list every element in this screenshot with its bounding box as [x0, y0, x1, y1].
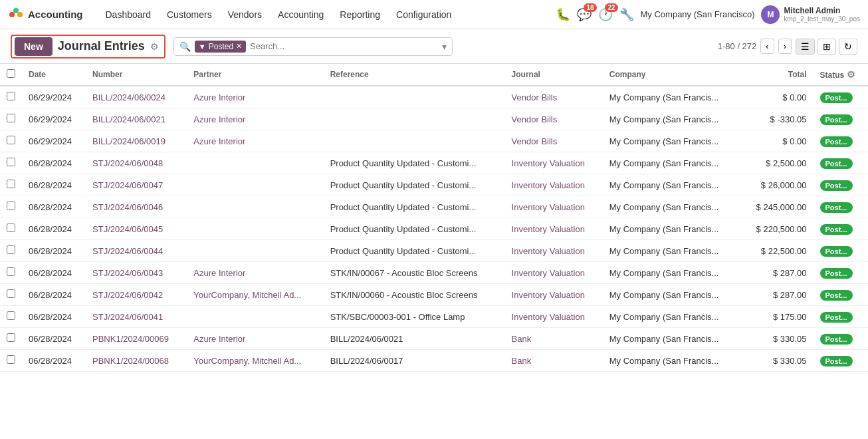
table-row[interactable]: 06/28/2024 STJ/2024/06/0043 Azure Interi… [0, 262, 868, 284]
menu-dashboard[interactable]: Dashboard [98, 7, 160, 23]
search-dropdown-icon[interactable]: ▾ [442, 41, 447, 52]
row-status[interactable]: Post... [814, 328, 869, 350]
search-input[interactable] [250, 41, 438, 51]
user-menu[interactable]: M Mitchell Admin kmp_2_test_may_30_pos [761, 5, 860, 24]
col-partner[interactable]: Partner [187, 64, 323, 86]
row-partner[interactable] [187, 306, 323, 328]
menu-reporting[interactable]: Reporting [332, 7, 388, 23]
row-journal[interactable]: Inventory Valuation [505, 152, 603, 174]
new-button[interactable]: New [15, 37, 53, 56]
row-status[interactable]: Post... [814, 306, 869, 328]
table-row[interactable]: 06/28/2024 STJ/2024/06/0048 Product Quan… [0, 152, 868, 174]
row-partner[interactable]: YourCompany, Mitchell Ad... [187, 284, 323, 306]
col-reference[interactable]: Reference [324, 64, 505, 86]
activity-badge-wrap[interactable]: 🕐 22 [598, 7, 613, 22]
col-number[interactable]: Number [86, 64, 187, 86]
messages-badge-wrap[interactable]: 💬 18 [577, 7, 592, 22]
row-status[interactable]: Post... [814, 196, 869, 218]
row-number[interactable]: STJ/2024/06/0045 [86, 218, 187, 240]
menu-customers[interactable]: Customers [159, 7, 220, 23]
row-status[interactable]: Post... [814, 240, 869, 262]
row-partner[interactable] [187, 218, 323, 240]
next-page-button[interactable]: › [778, 39, 792, 54]
menu-accounting[interactable]: Accounting [270, 7, 332, 23]
row-checkbox[interactable] [0, 130, 22, 152]
table-row[interactable]: 06/28/2024 PBNK1/2024/00069 Azure Interi… [0, 328, 868, 350]
page-settings-icon[interactable]: ⚙ [150, 41, 159, 52]
list-view-button[interactable]: ☰ [796, 39, 815, 55]
row-checkbox[interactable] [0, 306, 22, 328]
row-partner[interactable]: YourCompany, Mitchell Ad... [187, 350, 323, 372]
row-number[interactable]: STJ/2024/06/0047 [86, 174, 187, 196]
row-checkbox[interactable] [0, 262, 22, 284]
row-checkbox[interactable] [0, 218, 22, 240]
col-status[interactable]: Status ⚙ [814, 64, 869, 86]
row-journal[interactable]: Inventory Valuation [505, 240, 603, 262]
refresh-button[interactable]: ↻ [839, 39, 857, 55]
row-partner[interactable]: Azure Interior [187, 108, 323, 130]
row-number[interactable]: BILL/2024/06/0021 [86, 108, 187, 130]
kanban-view-button[interactable]: ⊞ [817, 39, 836, 55]
row-number[interactable]: STJ/2024/06/0044 [86, 240, 187, 262]
row-status[interactable]: Post... [814, 130, 869, 152]
col-company[interactable]: Company [603, 64, 742, 86]
table-row[interactable]: 06/28/2024 STJ/2024/06/0046 Product Quan… [0, 196, 868, 218]
row-status[interactable]: Post... [814, 350, 869, 372]
table-row[interactable]: 06/28/2024 STJ/2024/06/0047 Product Quan… [0, 174, 868, 196]
row-partner[interactable]: Azure Interior [187, 262, 323, 284]
row-partner[interactable]: Azure Interior [187, 328, 323, 350]
table-row[interactable]: 06/28/2024 STJ/2024/06/0041 STK/SBC/0000… [0, 306, 868, 328]
row-checkbox[interactable] [0, 196, 22, 218]
settings-icon[interactable]: 🔧 [619, 7, 634, 22]
row-partner[interactable] [187, 152, 323, 174]
row-number[interactable]: PBNK1/2024/00068 [86, 350, 187, 372]
row-status[interactable]: Post... [814, 174, 869, 196]
row-checkbox[interactable] [0, 108, 22, 130]
menu-vendors[interactable]: Vendors [220, 7, 270, 23]
debug-icon[interactable]: 🐛 [556, 7, 570, 22]
row-status[interactable]: Post... [814, 218, 869, 240]
select-all-checkbox[interactable] [0, 64, 22, 86]
table-row[interactable]: 06/28/2024 STJ/2024/06/0045 Product Quan… [0, 218, 868, 240]
row-journal[interactable]: Vendor Bills [505, 108, 603, 130]
select-all-input[interactable] [7, 69, 15, 78]
table-row[interactable]: 06/29/2024 BILL/2024/06/0021 Azure Inter… [0, 108, 868, 130]
row-number[interactable]: BILL/2024/06/0019 [86, 130, 187, 152]
app-logo[interactable]: Accounting [8, 7, 90, 23]
row-journal[interactable]: Bank [505, 328, 603, 350]
row-journal[interactable]: Inventory Valuation [505, 196, 603, 218]
row-checkbox[interactable] [0, 86, 22, 108]
row-number[interactable]: STJ/2024/06/0048 [86, 152, 187, 174]
filter-close-button[interactable]: ✕ [236, 42, 242, 51]
row-number[interactable]: BILL/2024/06/0024 [86, 86, 187, 108]
row-partner[interactable] [187, 196, 323, 218]
row-journal[interactable]: Inventory Valuation [505, 284, 603, 306]
col-total[interactable]: Total [741, 64, 813, 86]
table-row[interactable]: 06/28/2024 PBNK1/2024/00068 YourCompany,… [0, 350, 868, 372]
table-row[interactable]: 06/28/2024 STJ/2024/06/0044 Product Quan… [0, 240, 868, 262]
row-journal[interactable]: Inventory Valuation [505, 174, 603, 196]
row-number[interactable]: STJ/2024/06/0042 [86, 284, 187, 306]
row-partner[interactable] [187, 240, 323, 262]
row-number[interactable]: STJ/2024/06/0046 [86, 196, 187, 218]
row-journal[interactable]: Inventory Valuation [505, 218, 603, 240]
row-number[interactable]: PBNK1/2024/00069 [86, 328, 187, 350]
row-partner[interactable] [187, 174, 323, 196]
table-row[interactable]: 06/29/2024 BILL/2024/06/0024 Azure Inter… [0, 86, 868, 108]
table-row[interactable]: 06/28/2024 STJ/2024/06/0042 YourCompany,… [0, 284, 868, 306]
row-journal[interactable]: Inventory Valuation [505, 306, 603, 328]
row-checkbox[interactable] [0, 350, 22, 372]
row-checkbox[interactable] [0, 240, 22, 262]
row-journal[interactable]: Bank [505, 350, 603, 372]
row-checkbox[interactable] [0, 152, 22, 174]
row-journal[interactable]: Vendor Bills [505, 130, 603, 152]
col-settings-icon[interactable]: ⚙ [847, 69, 855, 80]
row-checkbox[interactable] [0, 284, 22, 306]
row-status[interactable]: Post... [814, 152, 869, 174]
row-number[interactable]: STJ/2024/06/0041 [86, 306, 187, 328]
prev-page-button[interactable]: ‹ [760, 39, 774, 54]
col-journal[interactable]: Journal [505, 64, 603, 86]
row-journal[interactable]: Inventory Valuation [505, 262, 603, 284]
table-row[interactable]: 06/29/2024 BILL/2024/06/0019 Azure Inter… [0, 130, 868, 152]
row-journal[interactable]: Vendor Bills [505, 86, 603, 108]
